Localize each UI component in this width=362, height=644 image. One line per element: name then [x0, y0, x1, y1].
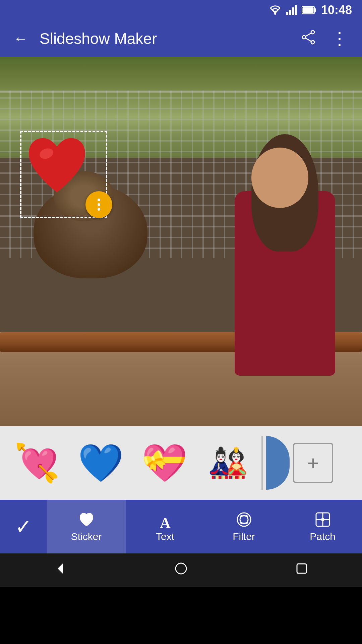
svg-point-8 [311, 31, 314, 34]
status-time: 10:48 [321, 3, 352, 17]
sticker-item-2[interactable]: 💙 [70, 433, 131, 493]
svg-point-10 [302, 36, 306, 39]
nav-home-button[interactable] [160, 558, 202, 583]
text-icon: A [157, 511, 174, 528]
sticker-menu-button[interactable] [85, 191, 112, 218]
svg-rect-1 [286, 12, 288, 15]
text-label: Text [156, 531, 174, 542]
svg-point-20 [246, 522, 248, 524]
svg-marker-25 [58, 563, 63, 574]
plus-icon: + [307, 451, 319, 475]
toolbar-patch-button[interactable]: Patch [283, 500, 362, 553]
patch-icon [314, 511, 331, 528]
sticker-add-button[interactable]: + [293, 443, 333, 483]
svg-point-9 [311, 41, 314, 44]
scene-person-head [251, 148, 308, 208]
heart-sticker [22, 132, 92, 203]
svg-rect-3 [292, 7, 294, 15]
filter-label: Filter [233, 531, 255, 542]
toolbar-sticker-button[interactable]: Sticker [47, 500, 126, 553]
svg-point-19 [240, 522, 242, 524]
sticker-item-4[interactable]: 🎎 [198, 433, 258, 493]
sticker-picker: 💘 💙 💝 🎎 + [0, 426, 362, 500]
toolbar-filter-button[interactable]: Filter [204, 500, 283, 553]
svg-rect-6 [314, 8, 316, 12]
svg-rect-2 [289, 10, 291, 15]
wifi-icon [269, 5, 282, 15]
signal-icon [286, 5, 297, 15]
sticker-item-3[interactable]: 💝 [134, 433, 194, 493]
svg-rect-27 [297, 564, 306, 573]
svg-point-15 [237, 513, 251, 526]
sticker-icon [78, 511, 95, 528]
sticker-partial-item[interactable] [266, 436, 290, 490]
sticker-label: Sticker [71, 531, 102, 542]
svg-point-18 [246, 515, 248, 517]
svg-rect-7 [302, 7, 313, 13]
svg-point-17 [240, 515, 242, 517]
nav-recents-button[interactable] [281, 558, 322, 583]
nav-bar [0, 553, 362, 587]
share-button[interactable] [297, 26, 319, 51]
more-options-button[interactable]: ⋮ [327, 25, 352, 52]
svg-point-0 [274, 13, 276, 15]
confirm-button[interactable]: ✓ [0, 500, 47, 553]
back-button[interactable]: ← [10, 27, 32, 50]
battery-icon [302, 6, 316, 14]
svg-line-12 [306, 38, 311, 41]
nav-back-button[interactable] [40, 558, 81, 583]
sticker-picker-divider [261, 436, 263, 490]
svg-point-24 [321, 518, 324, 521]
toolbar-text-button[interactable]: A Text [126, 500, 204, 553]
svg-text:A: A [160, 515, 171, 528]
sticker-element[interactable] [20, 131, 114, 225]
app-bar: ← Slideshow Maker ⋮ [0, 20, 362, 57]
menu-dot-3 [98, 208, 100, 211]
photo-area [0, 57, 362, 426]
bottom-toolbar: ✓ Sticker A Text Filter [0, 500, 362, 553]
check-icon: ✓ [15, 515, 32, 538]
menu-dots [98, 199, 100, 211]
status-icons: 10:48 [269, 3, 352, 17]
svg-rect-4 [295, 5, 297, 15]
svg-line-11 [306, 33, 311, 36]
status-bar: 10:48 [0, 0, 362, 20]
patch-label: Patch [310, 531, 336, 542]
app-title: Slideshow Maker [40, 30, 289, 48]
menu-dot-1 [98, 199, 100, 201]
filter-icon [235, 511, 253, 528]
sticker-item-1[interactable]: 💘 [7, 433, 67, 493]
menu-dot-2 [98, 203, 100, 206]
svg-point-26 [176, 563, 186, 574]
